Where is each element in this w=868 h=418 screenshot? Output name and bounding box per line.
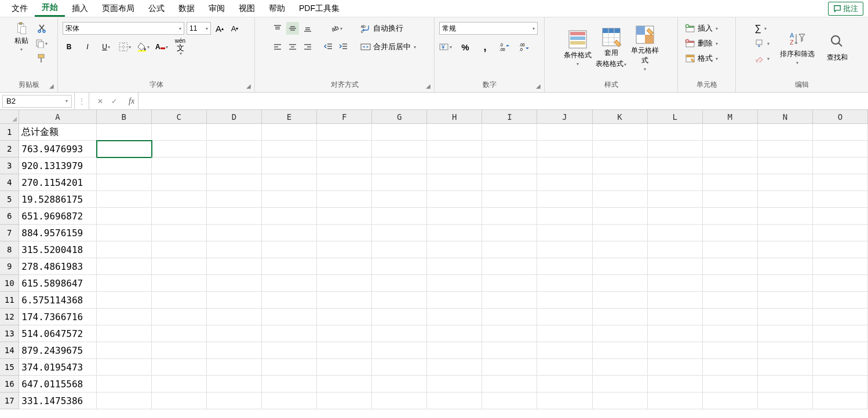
cell[interactable] bbox=[482, 275, 537, 292]
cell[interactable] bbox=[758, 275, 813, 292]
cell[interactable] bbox=[207, 174, 262, 191]
cell[interactable] bbox=[372, 309, 427, 325]
cell[interactable] bbox=[758, 191, 813, 208]
cell[interactable] bbox=[152, 376, 207, 393]
cell[interactable] bbox=[317, 157, 372, 174]
cell[interactable] bbox=[372, 225, 427, 241]
cell[interactable] bbox=[813, 292, 868, 309]
cell[interactable]: 920.1313979 bbox=[19, 157, 96, 174]
cell[interactable] bbox=[648, 124, 703, 141]
cell[interactable] bbox=[703, 342, 758, 359]
column-header[interactable]: C bbox=[152, 110, 207, 124]
column-header[interactable]: F bbox=[317, 110, 372, 124]
cell[interactable] bbox=[703, 208, 758, 225]
cell[interactable] bbox=[97, 225, 152, 241]
cell[interactable] bbox=[593, 393, 648, 409]
cell[interactable] bbox=[152, 141, 207, 157]
cell[interactable] bbox=[317, 208, 372, 225]
cell[interactable] bbox=[207, 275, 262, 292]
enter-icon[interactable]: ✓ bbox=[111, 97, 117, 105]
cell[interactable] bbox=[372, 393, 427, 409]
column-header[interactable]: J bbox=[537, 110, 592, 124]
cell[interactable] bbox=[97, 275, 152, 292]
menu-data[interactable]: 数据 bbox=[172, 1, 202, 16]
cell[interactable] bbox=[427, 191, 482, 208]
cell[interactable] bbox=[207, 208, 262, 225]
cell[interactable] bbox=[593, 258, 648, 275]
cell[interactable] bbox=[372, 174, 427, 191]
cell[interactable]: 6.575114368 bbox=[19, 292, 96, 309]
cell[interactable] bbox=[97, 393, 152, 409]
cell[interactable] bbox=[648, 141, 703, 157]
cell[interactable] bbox=[813, 225, 868, 241]
cell[interactable] bbox=[537, 342, 592, 359]
cell[interactable] bbox=[97, 241, 152, 258]
phonetic-button[interactable]: wén文▾ bbox=[174, 41, 187, 53]
shrink-font-button[interactable]: A▾ bbox=[228, 22, 241, 35]
cell[interactable] bbox=[152, 342, 207, 359]
cell[interactable] bbox=[648, 309, 703, 325]
cell[interactable] bbox=[813, 275, 868, 292]
row-header[interactable]: 2 bbox=[0, 141, 19, 157]
italic-button[interactable]: I bbox=[81, 41, 94, 53]
column-header[interactable]: O bbox=[813, 110, 868, 124]
cell[interactable] bbox=[152, 292, 207, 309]
cell[interactable] bbox=[372, 359, 427, 376]
cell[interactable] bbox=[427, 292, 482, 309]
cell[interactable]: 647.0115568 bbox=[19, 376, 96, 393]
cell[interactable] bbox=[317, 325, 372, 342]
cell[interactable] bbox=[262, 225, 317, 241]
cell[interactable] bbox=[758, 325, 813, 342]
menu-review[interactable]: 审阅 bbox=[202, 1, 232, 16]
align-top-button[interactable] bbox=[271, 22, 284, 35]
cell[interactable] bbox=[482, 157, 537, 174]
format-painter-button[interactable] bbox=[35, 52, 48, 65]
cell[interactable] bbox=[758, 157, 813, 174]
cell[interactable] bbox=[813, 174, 868, 191]
cell[interactable] bbox=[482, 393, 537, 409]
cell[interactable] bbox=[758, 342, 813, 359]
cell[interactable] bbox=[372, 157, 427, 174]
menu-home[interactable]: 开始 bbox=[35, 0, 65, 17]
row-header[interactable]: 16 bbox=[0, 376, 19, 393]
column-header[interactable]: H bbox=[427, 110, 482, 124]
cell[interactable] bbox=[758, 141, 813, 157]
cell[interactable] bbox=[593, 208, 648, 225]
font-size-combo[interactable]: 11▾ bbox=[187, 22, 211, 35]
cell[interactable] bbox=[537, 124, 592, 141]
cell[interactable] bbox=[372, 208, 427, 225]
cell[interactable] bbox=[537, 393, 592, 409]
cell[interactable] bbox=[427, 342, 482, 359]
menu-help[interactable]: 帮助 bbox=[262, 1, 292, 16]
align-left-button[interactable] bbox=[271, 41, 284, 53]
cell[interactable] bbox=[207, 141, 262, 157]
cell[interactable] bbox=[813, 191, 868, 208]
cell[interactable] bbox=[703, 241, 758, 258]
cell[interactable] bbox=[482, 342, 537, 359]
cell[interactable] bbox=[262, 325, 317, 342]
cell[interactable]: 651.9696872 bbox=[19, 208, 96, 225]
cell[interactable] bbox=[262, 241, 317, 258]
cell[interactable] bbox=[427, 359, 482, 376]
cell[interactable] bbox=[262, 157, 317, 174]
cell[interactable] bbox=[813, 309, 868, 325]
insert-cells-button[interactable]: 插入▾ bbox=[683, 22, 720, 35]
cell[interactable] bbox=[703, 376, 758, 393]
cell[interactable] bbox=[152, 225, 207, 241]
menu-formulas[interactable]: 公式 bbox=[141, 1, 172, 16]
cell[interactable] bbox=[207, 393, 262, 409]
menu-view[interactable]: 视图 bbox=[232, 1, 262, 16]
cell[interactable] bbox=[813, 208, 868, 225]
cell[interactable] bbox=[317, 275, 372, 292]
cell[interactable] bbox=[97, 157, 152, 174]
cell[interactable] bbox=[537, 241, 592, 258]
cell[interactable] bbox=[152, 258, 207, 275]
cell[interactable]: 270.1154201 bbox=[19, 174, 96, 191]
cell[interactable] bbox=[593, 191, 648, 208]
cell[interactable] bbox=[97, 309, 152, 325]
cell[interactable] bbox=[703, 174, 758, 191]
cell[interactable] bbox=[207, 191, 262, 208]
cell[interactable] bbox=[97, 359, 152, 376]
cell[interactable] bbox=[537, 275, 592, 292]
clear-button[interactable]: ▾ bbox=[753, 52, 772, 65]
